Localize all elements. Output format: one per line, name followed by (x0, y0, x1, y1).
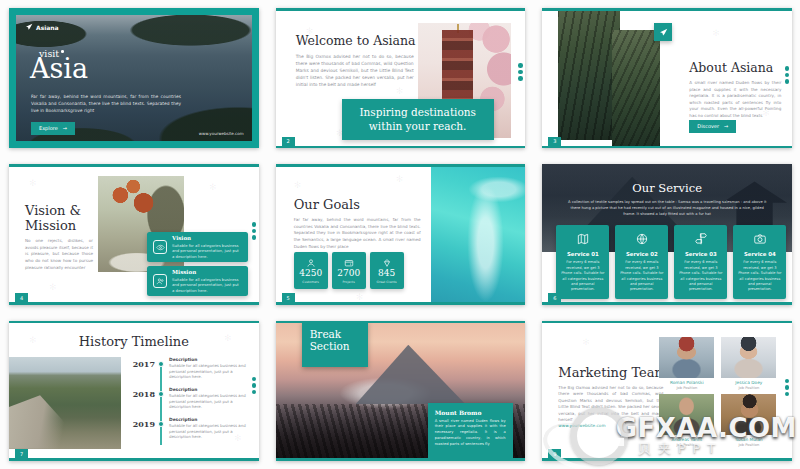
slide-title: Vision & Mission (25, 204, 81, 234)
vision-card[interactable]: Vision Suitable for all categories busin… (147, 232, 248, 262)
snowflake-decoration: ✻ (396, 174, 404, 184)
team-member: Jessica Doey Job Position (721, 337, 776, 391)
card-title: Vision (172, 235, 242, 241)
slide-welcome[interactable]: ✻ ✻ ✻ Welcome to Asiana The Big Oxmox ad… (276, 8, 526, 148)
page-number: 3 (548, 137, 561, 146)
people-icon (153, 274, 167, 288)
accent-strip (276, 146, 526, 149)
card-title: Mission (172, 269, 242, 275)
accent-strip (9, 302, 259, 305)
slide-title: Our Service (542, 181, 792, 195)
directions-icon (694, 232, 708, 246)
timeline-label: Description (169, 417, 251, 422)
member-name: Andreas Yanfit (659, 437, 714, 442)
snowflake-decoration: ✻ (29, 335, 37, 345)
member-photo (721, 337, 776, 378)
website-link[interactable]: www.yourwebsite.com (558, 423, 605, 428)
explore-button[interactable]: Explore→ (31, 122, 75, 135)
member-role: Job Position (721, 386, 776, 390)
slide-body: The Big Oxmox advised her not to do so, … (558, 385, 663, 424)
stat-label: Great Clients (377, 280, 397, 284)
snowflake-decoration: ✻ (582, 337, 590, 347)
service-card-4[interactable]: Service 04 For every 6 emails received, … (733, 225, 786, 299)
snowflake-decoration: ✻ (712, 28, 720, 38)
page-number: 2 (282, 137, 295, 146)
caption-box: Mount Bromo A small river named Duden fl… (428, 403, 513, 461)
timeline-body: Suitable for all categories business and… (169, 393, 251, 411)
slide-cover[interactable]: Asiana visit Asia Far far away, behind t… (9, 8, 259, 148)
service-card-1[interactable]: Service 01 For every 6 emails received, … (556, 225, 609, 299)
snowflake-decoration: ✻ (49, 282, 57, 292)
stat-value: 845 (378, 269, 395, 278)
snowflake-decoration: ✻ (29, 178, 37, 188)
discover-button-wrap: Discover→ (689, 113, 736, 133)
service-card-2[interactable]: Service 02 For every 6 emails received, … (615, 225, 668, 299)
camera-icon (753, 232, 767, 246)
accent-strip (542, 146, 792, 149)
timeline-entry: Description Suitable for all categories … (169, 357, 251, 381)
edge-dots (785, 66, 790, 84)
snowflake-decoration: ✻ (762, 108, 770, 118)
discover-button[interactable]: Discover→ (689, 120, 736, 133)
cover-title: Asia (30, 55, 88, 82)
stat-label: Projects (343, 280, 355, 284)
arrow-icon: → (724, 123, 728, 129)
slide-body: No one rejects, dislikes, or avoids plea… (25, 238, 93, 271)
timeline-label: Description (169, 387, 251, 392)
page-number: 7 (15, 449, 28, 458)
snowflake-decoration: ✻ (224, 333, 232, 343)
slide-team[interactable]: ✻ ✻ Marketing Team The Big Oxmox advised… (542, 321, 792, 461)
service-title: Service 01 (567, 251, 599, 257)
member-photo (659, 394, 714, 435)
snowflake-decoration: ✻ (234, 433, 242, 443)
card-body: Suitable for all categories business and… (172, 243, 242, 260)
slide-title: History Timeline (9, 334, 259, 349)
service-card-3[interactable]: Service 03 For every 6 emails received, … (674, 225, 727, 299)
maldives-photo (431, 164, 525, 304)
map-icon (576, 232, 590, 246)
page-number: 6 (548, 293, 561, 302)
service-body: For every 6 emails received, we get 3 Ph… (561, 260, 605, 292)
timeline-entry: Description Suitable for all categories … (169, 387, 251, 411)
stat-label: Customers (302, 280, 319, 284)
member-photo (659, 337, 714, 378)
accent-strip (542, 321, 792, 324)
service-title: Service 02 (626, 251, 658, 257)
brand-logo: Asiana (25, 23, 59, 31)
slide-about[interactable]: ✻ ✻ About Asiana A small river named Dud… (542, 8, 792, 148)
member-role: Job Position (659, 443, 714, 447)
accent-strip (276, 8, 526, 11)
slide-service[interactable]: Our Service A collection of textile samp… (542, 164, 792, 304)
accent-strip (9, 164, 259, 167)
edge-dots (252, 222, 257, 240)
card-body: Suitable for all categories business and… (172, 277, 242, 294)
timeline-dot (158, 361, 165, 368)
snowflake-decoration: ✻ (209, 182, 217, 192)
accent-strip (276, 458, 526, 461)
edge-dots (785, 379, 790, 397)
slide-title: Marketing Team (558, 365, 667, 380)
slide-vision-mission[interactable]: ✻ ✻ ✻ Vision & Mission No one rejects, d… (9, 164, 259, 304)
stat-value: 4250 (299, 269, 322, 278)
slide-title: Our Goals (294, 197, 360, 212)
mission-card[interactable]: Mission Suitable for all categories busi… (147, 266, 248, 296)
globe-icon (635, 232, 649, 246)
accent-strip (276, 302, 526, 305)
slide-break[interactable]: Break Section Mount Bromo A small river … (276, 321, 526, 461)
brand-name: Asiana (36, 24, 59, 31)
slide-timeline[interactable]: ✻ ✻ ✻ History Timeline 2017 Description … (9, 321, 259, 461)
service-title: Service 04 (744, 251, 776, 257)
team-member: Andreas Yanfit Job Position (659, 394, 714, 448)
website-link[interactable]: www.yourwebsite.com (199, 131, 244, 136)
great-wall-photo (9, 357, 121, 449)
edge-dots (518, 63, 523, 81)
stat-customers: 4250 Customers (294, 252, 328, 289)
timeline-dot (158, 421, 165, 428)
terrace-photo (558, 8, 620, 140)
slide-goals[interactable]: ✻ ✻ ✻ Our Goals Far far away, behind the… (276, 164, 526, 304)
member-role: Job Position (721, 443, 776, 447)
timeline-year: 2018 (125, 389, 155, 399)
service-title: Service 03 (685, 251, 717, 257)
timeline-dot (158, 391, 165, 398)
accent-strip (9, 458, 259, 461)
